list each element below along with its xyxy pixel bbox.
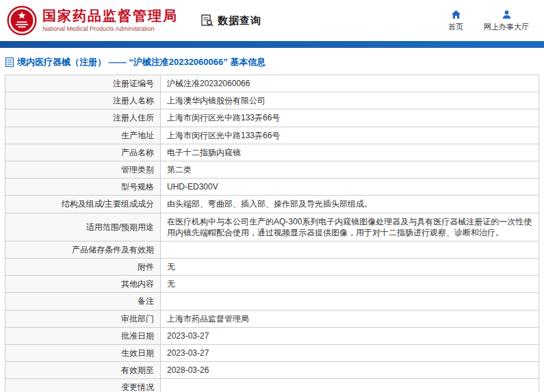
table-row: 变更情况 (5, 379, 539, 392)
table-row: 适用范围/预期用途在医疗机构中与本公司生产的AQ-300系列电子内窥镜图像处理器… (5, 213, 539, 241)
info-table-body: 注册证编号沪械注准20232060066注册人名称上海澳华内镜股份有限公司注册人… (5, 75, 539, 392)
row-value: 由头端部、弯曲部、插入部、操作部及导光插头部组成。 (161, 196, 539, 213)
row-value: 上海澳华内镜股份有限公司 (161, 92, 539, 109)
site-header: 国家药品监督管理局 National Medical Products Admi… (0, 0, 544, 41)
data-query-section: 数据查询 (201, 14, 261, 27)
table-row: 型号规格UHD-ED300V (5, 179, 539, 196)
row-value: 无 (161, 276, 539, 293)
row-label: 生效日期 (5, 345, 161, 362)
row-value: 2023-03-27 (161, 327, 539, 344)
person-icon (502, 10, 512, 20)
logo-block: 国家药品监督管理局 National Medical Products Admi… (7, 5, 178, 36)
top-nav: 首页 网上办事大厅 (448, 10, 533, 32)
data-query-icon (201, 14, 213, 27)
row-label: 批准日期 (5, 327, 161, 344)
row-value: 2023-03-27 (161, 345, 539, 362)
row-label: 型号规格 (5, 179, 161, 196)
org-name-en: National Medical Products Administration (42, 25, 178, 32)
row-label: 备注 (5, 293, 161, 310)
table-row: 产品名称电子十二指肠内窥镜 (5, 144, 539, 161)
row-label: 注册人名称 (5, 92, 161, 109)
row-label: 生产地址 (5, 127, 161, 144)
row-value: 无 (161, 259, 539, 276)
table-row: 产品储存条件及有效期 (5, 241, 539, 258)
row-label: 注册人住所 (5, 109, 161, 127)
row-label: 结构及组成/主要组成成分 (5, 196, 161, 213)
document-icon (5, 57, 14, 67)
table-row: 生产地址上海市闵行区光中路133弄66号 (5, 127, 539, 144)
row-value: 2028-03-26 (161, 362, 539, 379)
row-value: 上海市闵行区光中路133弄66号 (161, 127, 539, 144)
row-label: 审批部门 (5, 310, 161, 327)
nmpa-emblem-icon (7, 5, 37, 36)
table-row: 管理类别第二类 (5, 161, 539, 178)
table-row: 注册证编号沪械注准20232060066 (5, 75, 539, 92)
row-label: 管理类别 (5, 161, 161, 178)
row-value (161, 293, 539, 310)
nav-service-hall[interactable]: 网上办事大厅 (484, 10, 529, 32)
row-value: 在医疗机构中与本公司生产的AQ-300系列电子内窥镜图像处理器及与具有医疗器械注… (161, 213, 539, 241)
header-divider-bar (0, 41, 544, 48)
table-row: 生效日期2023-03-27 (5, 345, 539, 362)
table-row: 审批部门上海市药品监督管理局 (5, 310, 539, 327)
nav-home[interactable]: 首页 (448, 10, 463, 32)
table-row: 批准日期2023-03-27 (5, 327, 539, 344)
page: { "header": { "org_cn": "国家药品监督管理局", "or… (0, 0, 544, 392)
row-label: 注册证编号 (5, 75, 161, 92)
row-label: 附件 (5, 259, 161, 276)
info-table: 注册证编号沪械注准20232060066注册人名称上海澳华内镜股份有限公司注册人… (5, 75, 539, 392)
row-value: 电子十二指肠内窥镜 (161, 144, 539, 161)
page-title: 境内医疗器械（注册） —— “沪械注准20232060066” 基本信息 (5, 56, 539, 68)
org-name-cn: 国家药品监督管理局 (42, 8, 178, 24)
row-label: 其他内容 (5, 276, 161, 293)
org-names: 国家药品监督管理局 National Medical Products Admi… (42, 8, 178, 32)
row-value: 沪械注准20232060066 (161, 75, 539, 92)
row-value: UHD-ED300V (161, 179, 539, 196)
home-icon (451, 10, 461, 20)
content: 境内医疗器械（注册） —— “沪械注准20232060066” 基本信息 注册证… (0, 48, 544, 392)
page-title-text: 境内医疗器械（注册） —— “沪械注准20232060066” 基本信息 (17, 56, 265, 68)
table-row: 附件无 (5, 259, 539, 276)
table-row: 其他内容无 (5, 276, 539, 293)
table-row: 有效期至2028-03-26 (5, 362, 539, 379)
row-label: 变更情况 (5, 379, 161, 392)
row-value (161, 241, 539, 258)
row-value: 上海市闵行区光中路133弄66号 (161, 109, 539, 127)
nav-hall-label: 网上办事大厅 (484, 22, 529, 32)
row-label: 产品名称 (5, 144, 161, 161)
table-row: 注册人名称上海澳华内镜股份有限公司 (5, 92, 539, 109)
nav-home-label: 首页 (448, 22, 463, 32)
data-query-label: 数据查询 (218, 14, 261, 27)
row-value (161, 379, 539, 392)
row-label: 适用范围/预期用途 (5, 213, 161, 241)
row-label: 产品储存条件及有效期 (5, 241, 161, 258)
row-value: 第二类 (161, 161, 539, 178)
table-row: 结构及组成/主要组成成分由头端部、弯曲部、插入部、操作部及导光插头部组成。 (5, 196, 539, 213)
row-label: 有效期至 (5, 362, 161, 379)
table-row: 注册人住所上海市闵行区光中路133弄66号 (5, 109, 539, 127)
row-value: 上海市药品监督管理局 (161, 310, 539, 327)
table-row: 备注 (5, 293, 539, 310)
